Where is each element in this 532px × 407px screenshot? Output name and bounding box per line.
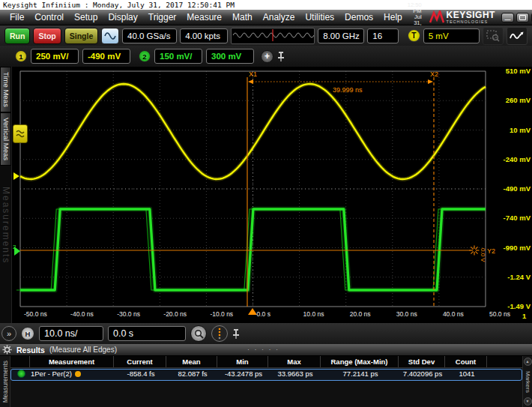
x-axis-label: 40.0 ns	[443, 310, 464, 318]
results-table: Measurement Current Mean Min Max Range (…	[10, 356, 522, 407]
sidebar-tab-time-meas[interactable]: Time Meas	[0, 67, 11, 112]
restore-button[interactable]	[516, 13, 529, 22]
measurement-name-cell[interactable]: 1Per - Per(2)	[31, 370, 115, 378]
channel1-offset-field[interactable]: -490 mV	[82, 49, 130, 64]
col-mean[interactable]: Mean	[166, 356, 217, 367]
pin-icon[interactable]	[277, 51, 285, 62]
grab-hand-icon	[16, 129, 25, 139]
menu-item-setup[interactable]: Setup	[69, 12, 103, 22]
menu-item-display[interactable]: Display	[103, 12, 142, 22]
x-axis-label: -30.0 ns	[117, 310, 140, 318]
results-title: Results	[16, 346, 45, 355]
main-area: Time MeasVertical Meas Measurements X1 X…	[0, 67, 532, 323]
y2-value-label: 0.0 V	[480, 248, 486, 262]
pin-icon[interactable]	[232, 328, 240, 340]
brand-subname: TECHNOLOGIES	[447, 19, 495, 24]
x-axis-label: -10.0 ns	[210, 310, 233, 318]
memory-depth-field[interactable]: 4.00 kpts	[180, 28, 227, 43]
waveform-preview[interactable]	[231, 28, 315, 44]
single-button[interactable]: Single	[64, 28, 99, 44]
channel1-grab-handle[interactable]	[13, 124, 28, 143]
search-button[interactable]	[190, 325, 207, 342]
sidebar-tab-vertical-meas[interactable]: Vertical Meas	[0, 112, 11, 166]
menu-bar: FileControlSetupDisplayTriggerMeasureMat…	[0, 10, 532, 25]
dotted-column-icon	[217, 328, 223, 340]
stop-button[interactable]: Stop	[33, 28, 61, 44]
table-row[interactable]: 1Per - Per(2) -858.4 fs 82.087 fs -43.24…	[10, 369, 522, 381]
menu-item-control[interactable]: Control	[29, 12, 69, 22]
results-table-header: Measurement Current Mean Min Max Range (…	[10, 356, 522, 368]
channel1-badge[interactable]: 1	[15, 50, 27, 62]
drag-handle[interactable]: · · · · ·	[247, 346, 279, 353]
channel2-scale-field[interactable]: 150 mV/	[154, 49, 202, 64]
menu-item-file[interactable]: File	[4, 12, 29, 22]
display-settings-button[interactable]	[101, 28, 119, 44]
brand-name: KEYSIGHT	[447, 11, 495, 19]
menu-item-trigger[interactable]: Trigger	[143, 12, 182, 22]
window-buttons: — X	[501, 13, 532, 22]
zoom-box-button[interactable]	[483, 27, 504, 45]
menu-item-utilities[interactable]: Utilities	[300, 12, 339, 22]
x1-marker-label[interactable]: X1	[249, 70, 257, 78]
title-text: Keysight Infiniium : Monday, July 31, 20…	[3, 1, 235, 9]
menu-item-demos[interactable]: Demos	[339, 12, 378, 22]
x-axis-label: 20.0 ns	[350, 310, 371, 318]
waveform-preview-icon	[232, 28, 314, 42]
col-min[interactable]: Min	[217, 356, 268, 367]
acq-count-field[interactable]: 16	[367, 28, 399, 43]
stddev-value: 7.402096 ps	[399, 370, 446, 378]
menu-item-analyze[interactable]: Analyze	[258, 12, 300, 22]
sine-icon	[104, 31, 116, 40]
x-axis-label: 30.0 ns	[396, 310, 417, 318]
menu-item-help[interactable]: Help	[378, 12, 408, 22]
gear-icon[interactable]	[2, 345, 12, 355]
col-current[interactable]: Current	[114, 356, 166, 367]
x2-marker-label[interactable]: X2	[430, 70, 438, 78]
graticule	[20, 71, 486, 307]
channel2-badge[interactable]: 2	[139, 50, 151, 62]
y-axis-label: -1.24 V	[487, 273, 531, 281]
trigger-badge[interactable]: T	[408, 29, 420, 42]
row-status-cell	[11, 370, 31, 378]
y-axis-label: 510 mV	[487, 67, 531, 75]
delta-time-label: 39.999 ns	[333, 86, 363, 94]
col-measurement[interactable]: Measurement	[30, 356, 114, 367]
menu-item-math[interactable]: Math	[227, 12, 258, 22]
warning-dot-icon	[75, 371, 81, 377]
timebase-scale-field[interactable]: 10.0 ns/	[39, 326, 103, 341]
minimize-button[interactable]: —	[501, 13, 514, 22]
x-axis-label: -20.0 ns	[163, 310, 187, 318]
col-stddev[interactable]: Std Dev	[399, 356, 445, 367]
autoscale-button[interactable]	[507, 27, 528, 45]
col-range[interactable]: Range (Max-Min)	[321, 356, 399, 367]
trigger-level-field[interactable]: 5 mV	[423, 28, 480, 43]
results-header[interactable]: Results (Measure All Edges) · · · · ·	[0, 344, 532, 356]
y-axis-label: 10 mV	[487, 126, 531, 134]
scroll-up-button[interactable]: ▲	[524, 358, 532, 366]
scroll-down-button[interactable]: ▼	[524, 397, 532, 406]
markers-column-button[interactable]	[211, 325, 228, 342]
timebase-position-field[interactable]: 0.0 s	[108, 326, 186, 341]
add-channel-button[interactable]: +	[261, 50, 273, 63]
horizontal-badge[interactable]: H	[21, 327, 34, 340]
channel1-scale-field[interactable]: 250 mV/	[31, 49, 79, 64]
waveform-display[interactable]: X1 X2 39.999 ns 0.0 V Y2 2 1 -50.0 ns-40…	[12, 67, 532, 323]
run-button[interactable]: Run	[4, 28, 30, 44]
row-filler	[488, 370, 522, 378]
channel2-offset-field[interactable]: 300 mV	[206, 49, 254, 64]
waveform-arrow-icon	[510, 30, 525, 42]
bandwidth-field[interactable]: 8.00 GHz	[318, 28, 364, 43]
sample-rate-field[interactable]: 40.0 GSa/s	[122, 28, 177, 43]
expand-sidebar-button[interactable]: »	[1, 326, 16, 341]
markers-strip[interactable]: ▲ Markers ▼	[522, 356, 532, 407]
measurements-strip[interactable]: Measurements	[0, 356, 10, 407]
y-axis-label: -990 mV	[487, 244, 531, 252]
trigger-position-marker	[248, 308, 257, 315]
results-subtitle: (Measure All Edges)	[49, 346, 117, 354]
oscilloscope-app: { "title_bar": { "text": "Keysight Infin…	[0, 0, 532, 407]
menu-item-measure[interactable]: Measure	[181, 12, 227, 22]
col-max[interactable]: Max	[268, 356, 321, 367]
left-sidebar: Time MeasVertical Meas Measurements	[0, 67, 12, 323]
col-count[interactable]: Count	[445, 356, 487, 367]
keysight-logo: KEYSIGHT TECHNOLOGIES	[429, 10, 501, 24]
